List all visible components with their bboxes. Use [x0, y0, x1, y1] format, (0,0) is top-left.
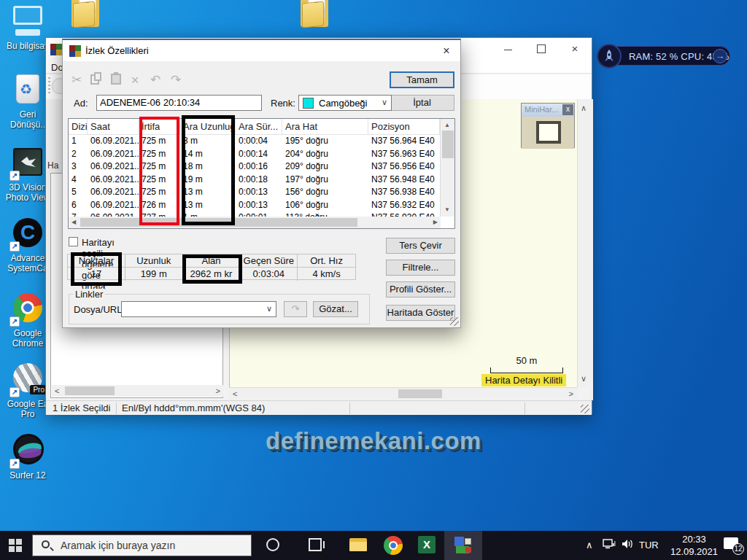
column-header[interactable]: Saat — [88, 119, 139, 135]
delete-icon[interactable]: × — [127, 73, 143, 88]
desktop: Bu bilgisay ♻ Geri Dönüşü.. ↗ 3D Vision … — [0, 0, 747, 560]
browse-button[interactable]: Gözat... — [313, 301, 358, 317]
table-cell: N37 56.938 E40 — [368, 186, 440, 199]
table-row[interactable]: 506.09.2021..725 m13 m0:00:13156° doğruN… — [69, 186, 440, 199]
scroll-left-icon[interactable]: ◀ — [71, 217, 76, 228]
map-vscrollbar[interactable]: ∧ ∨ — [577, 99, 589, 387]
scroll-right-icon[interactable]: > — [216, 385, 220, 397]
copy-icon[interactable] — [90, 74, 99, 85]
table-cell: 5 — [69, 186, 88, 199]
keyboard-shape — [15, 29, 40, 36]
table-row[interactable]: 706.09.2021727 m1 m0:00:01113° doğruN37 … — [69, 211, 440, 217]
dialog-titlebar[interactable]: İzlek Özellikleri × — [63, 40, 460, 61]
table-row[interactable]: 106.09.2021..725 m3 m0:00:04195° doğruN3… — [69, 135, 440, 148]
minimap-close-icon[interactable]: x — [562, 104, 573, 115]
table-cell: 197° doğru — [282, 174, 368, 187]
table-cell: N37 56.964 E40 — [368, 135, 440, 148]
table-row[interactable]: 406.09.2021..725 m19 m0:00:18197° doğruN… — [69, 174, 440, 187]
table-cell: 3 — [69, 160, 88, 174]
table-cell: N37 56.963 E40 — [368, 148, 440, 161]
toolbar-handle[interactable] — [48, 77, 50, 95]
scroll-up-icon[interactable]: ▲ — [444, 120, 450, 131]
start-button[interactable] — [9, 539, 22, 552]
open-link-button[interactable]: ↷ — [284, 301, 307, 317]
column-header[interactable]: Ara Sür... — [236, 119, 282, 135]
language-indicator[interactable]: TUR — [639, 540, 659, 551]
volume-icon[interactable] — [621, 538, 634, 552]
network-icon[interactable] — [603, 538, 616, 552]
scrollbar-thumb[interactable] — [65, 386, 115, 395]
ram-cpu-widget[interactable]: RAM: 52 % CPU: 45 % → — [599, 46, 730, 66]
column-header[interactable]: İrtifa — [139, 119, 180, 135]
table-cell: 06.09.2021 — [88, 211, 139, 217]
close-icon[interactable]: × — [438, 43, 454, 59]
scroll-left-icon[interactable]: < — [55, 385, 59, 397]
file-explorer-button[interactable] — [349, 536, 368, 555]
desktop-icon-surfer-12[interactable]: ↗ Surfer 12 — [3, 434, 53, 481]
table-vscrollbar[interactable]: ▲ ▼ — [440, 119, 454, 217]
cut-icon[interactable]: ✂ — [69, 73, 85, 88]
cortana-button[interactable] — [264, 536, 283, 555]
paste-icon[interactable] — [111, 74, 121, 85]
desktop-folder-icon[interactable] — [71, 0, 102, 30]
left-panel-tab-partial[interactable]: Ha — [47, 160, 58, 171]
scrollbar-thumb[interactable] — [398, 389, 442, 398]
redo-icon[interactable]: ↷ — [168, 73, 184, 88]
tray-expand-icon[interactable]: ∧ — [586, 540, 593, 551]
links-group-label: Linkler — [73, 289, 105, 300]
chrome-taskbar-button[interactable] — [384, 536, 403, 555]
widget-arrow-icon[interactable]: → — [713, 49, 727, 63]
desktop-folder-icon[interactable] — [301, 0, 331, 30]
table-hscrollbar[interactable]: ◀ ▶ — [69, 217, 441, 228]
color-swatch — [303, 98, 314, 109]
side-button-ters-evir[interactable]: Ters Çevir — [386, 238, 455, 254]
ok-button[interactable]: Tamam — [390, 71, 454, 88]
scrollbar-thumb[interactable] — [80, 218, 357, 227]
scroll-right-icon[interactable]: > — [569, 388, 573, 400]
scroll-right-icon[interactable]: ▶ — [433, 217, 438, 228]
clock-time: 20:33 — [670, 533, 718, 545]
status-separator — [116, 402, 117, 414]
file-url-combo[interactable]: ∨ — [121, 301, 276, 317]
scroll-down-icon[interactable]: ∨ — [581, 373, 587, 384]
taskbar-search[interactable]: Aramak için buraya yazın — [32, 534, 252, 556]
name-input[interactable]: ADENEME-06 20:10:34 — [96, 95, 262, 111]
column-header[interactable]: Ara Uzunluğu — [180, 119, 236, 135]
minimize-button[interactable] — [491, 38, 525, 60]
dialog-app-icon — [69, 45, 81, 57]
dialog-resize-grip[interactable] — [450, 317, 459, 326]
table-row[interactable]: 306.09.2021..725 m18 m0:00:16209° doğruN… — [69, 160, 440, 174]
left-panel-hscrollbar[interactable]: < > — [52, 385, 223, 397]
close-icon[interactable]: × — [558, 38, 592, 60]
table-cell: 0:00:18 — [236, 174, 282, 187]
map-hscrollbar[interactable]: < > — [229, 387, 577, 400]
cancel-button[interactable]: İptal — [390, 95, 454, 111]
side-button-profili-g-ster[interactable]: Profili Göster... — [386, 281, 455, 298]
scrollbar-thumb[interactable] — [442, 131, 454, 158]
scroll-up-icon[interactable]: ∧ — [581, 102, 587, 114]
maximize-button[interactable] — [525, 38, 558, 60]
side-button-filtrele[interactable]: Filtrele... — [386, 260, 455, 276]
taskbar-clock[interactable]: 20:33 12.09.2021 — [670, 533, 718, 558]
side-button-haritada-g-ster[interactable]: Haritada Göster — [386, 305, 455, 321]
map-app-taskbar-button-active[interactable] — [444, 531, 482, 560]
column-header[interactable]: Dizin — [69, 119, 88, 135]
table-row[interactable]: 206.09.2021..725 m14 m0:00:14204° doğruN… — [69, 148, 440, 161]
table-header[interactable]: DizinSaatİrtifaAra UzunluğuAra Sür...Ara… — [69, 119, 440, 135]
scroll-down-icon[interactable]: ▼ — [444, 204, 450, 216]
status-separator — [525, 402, 525, 414]
scroll-left-icon[interactable]: < — [233, 388, 237, 400]
column-header[interactable]: Ara Hat — [282, 119, 368, 135]
dialog-title: İzlek Özellikleri — [85, 45, 149, 56]
color-select[interactable]: Camgöbeği ∨ — [298, 95, 392, 111]
table-row[interactable]: 606.09.2021..726 m13 m0:00:13106° doğruN… — [69, 199, 440, 212]
center-map-checkbox[interactable] — [69, 237, 78, 246]
task-view-button[interactable] — [306, 536, 325, 555]
notification-center-button[interactable]: 12 — [724, 537, 741, 552]
excel-taskbar-button[interactable]: X — [418, 536, 437, 555]
undo-icon[interactable]: ↶ — [147, 73, 163, 88]
column-header[interactable]: Pozisyon — [368, 119, 440, 135]
watermark-text: definemekani.com — [266, 427, 481, 455]
table-cell: 725 m — [139, 135, 180, 148]
resize-grip[interactable] — [581, 405, 589, 413]
